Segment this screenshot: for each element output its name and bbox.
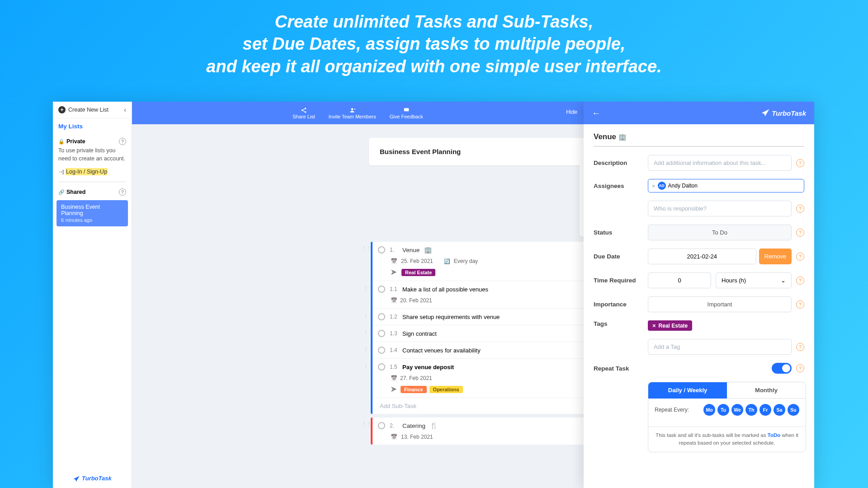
drag-handle-icon[interactable] bbox=[363, 347, 373, 352]
description-label: Description bbox=[594, 160, 643, 166]
tag-icon: ⮞ bbox=[391, 269, 397, 276]
link-icon bbox=[58, 189, 66, 195]
help-icon[interactable]: ? bbox=[796, 364, 804, 372]
brand-logo: TurboTask bbox=[53, 469, 132, 488]
remove-tag-icon[interactable]: × bbox=[652, 322, 656, 329]
app-window: + Create New List ‹ My Lists Private ? T… bbox=[53, 102, 814, 488]
day-toggle[interactable]: Fr bbox=[760, 404, 771, 416]
help-icon[interactable]: ? bbox=[796, 253, 804, 261]
back-arrow-icon[interactable]: ← bbox=[592, 108, 601, 118]
importance-label: Importance bbox=[594, 301, 643, 308]
day-toggle[interactable]: Su bbox=[788, 404, 799, 416]
day-toggle[interactable]: Th bbox=[745, 404, 757, 416]
sidebar: + Create New List ‹ My Lists Private ? T… bbox=[53, 102, 132, 488]
tag-icon: ⮞ bbox=[391, 386, 397, 393]
checkbox[interactable] bbox=[378, 246, 385, 253]
drag-handle-icon[interactable] bbox=[362, 421, 372, 426]
repeat-every-label: Repeat Every: bbox=[655, 407, 689, 413]
login-icon bbox=[58, 169, 63, 175]
list-name: Business Event Planning bbox=[61, 204, 123, 216]
plus-icon: + bbox=[58, 106, 66, 113]
repeat-icon bbox=[444, 258, 450, 264]
list-timestamp: 6 minutes ago bbox=[61, 217, 123, 223]
help-icon[interactable]: ? bbox=[796, 159, 804, 167]
assignees-label: Assignees bbox=[594, 183, 643, 189]
hero-headline: Create unlimited Tasks and Sub-Tasks, se… bbox=[0, 0, 868, 87]
tag-chip: Finance bbox=[401, 386, 427, 393]
importance-select[interactable]: Important bbox=[648, 296, 792, 312]
duedate-input[interactable]: 2021-02-24 bbox=[648, 249, 756, 264]
day-toggle[interactable]: Mo bbox=[703, 404, 715, 416]
repeat-footer-note: This task and all it's sub-tasks will be… bbox=[648, 427, 806, 452]
drag-handle-icon[interactable] bbox=[363, 286, 373, 291]
status-select[interactable]: To Do bbox=[648, 225, 792, 240]
create-label: Create New List bbox=[68, 107, 108, 113]
checkbox[interactable] bbox=[378, 363, 385, 371]
help-icon[interactable]: ? bbox=[796, 205, 804, 213]
time-value-input[interactable]: 0 bbox=[648, 272, 711, 288]
help-icon[interactable]: ? bbox=[119, 138, 126, 145]
repeat-toggle[interactable] bbox=[772, 363, 792, 374]
day-toggle[interactable]: We bbox=[731, 404, 743, 416]
assignee-input[interactable] bbox=[648, 201, 792, 216]
checkbox[interactable] bbox=[378, 313, 385, 320]
checkbox[interactable] bbox=[378, 330, 385, 337]
drag-handle-icon[interactable] bbox=[362, 245, 372, 250]
drag-handle-icon[interactable] bbox=[363, 330, 373, 335]
sidebar-list-item[interactable]: Business Event Planning 6 minutes ago bbox=[57, 200, 128, 226]
collapse-sidebar-icon[interactable]: ‹ bbox=[124, 106, 126, 113]
mylists-heading: My Lists bbox=[58, 123, 126, 130]
shared-heading: Shared bbox=[58, 189, 85, 195]
private-note: To use private lists you need to create … bbox=[53, 147, 132, 166]
day-toggle[interactable]: Sa bbox=[774, 404, 785, 416]
assignee-chip[interactable]: × AD Andy Dalton bbox=[648, 179, 804, 192]
building-icon: 🏢 bbox=[618, 133, 626, 141]
remove-date-button[interactable]: Remove bbox=[759, 249, 792, 264]
brand-logo: TurboTask bbox=[761, 108, 806, 117]
task-detail-panel: ← TurboTask Venue 🏢 Description ? Assign… bbox=[584, 102, 814, 488]
description-input[interactable] bbox=[648, 155, 792, 171]
checkbox[interactable] bbox=[378, 286, 385, 293]
help-icon[interactable]: ? bbox=[796, 343, 804, 351]
help-icon[interactable]: ? bbox=[796, 277, 804, 285]
help-icon[interactable]: ? bbox=[796, 229, 804, 237]
avatar: AD bbox=[658, 182, 666, 190]
tag-chip[interactable]: ×Real Estate bbox=[648, 320, 692, 331]
calendar-icon bbox=[391, 297, 397, 304]
tag-chip: Operations bbox=[429, 386, 463, 393]
drag-handle-icon[interactable] bbox=[363, 363, 373, 368]
repeat-settings: Daily / Weekly Monthly Repeat Every: Mo … bbox=[648, 382, 806, 452]
detail-title: Venue 🏢 bbox=[594, 132, 804, 147]
calendar-icon bbox=[391, 434, 397, 440]
chevron-down-icon: ⌄ bbox=[781, 277, 786, 284]
calendar-icon bbox=[391, 375, 397, 381]
day-toggle[interactable]: Tu bbox=[717, 404, 729, 416]
private-heading: Private bbox=[58, 138, 85, 145]
tag-chip: Real Estate bbox=[401, 269, 435, 276]
building-icon: 🏢 bbox=[424, 246, 432, 253]
calendar-icon bbox=[391, 258, 397, 264]
drag-handle-icon[interactable] bbox=[363, 313, 373, 318]
time-label: Time Required bbox=[594, 277, 643, 284]
lock-icon bbox=[58, 138, 66, 145]
catering-icon: 🍴 bbox=[430, 422, 438, 429]
checkbox[interactable] bbox=[378, 422, 385, 429]
remove-chip-icon[interactable]: × bbox=[652, 183, 656, 189]
help-icon[interactable]: ? bbox=[796, 300, 804, 309]
time-unit-select[interactable]: Hours (h)⌄ bbox=[716, 272, 792, 288]
checkbox[interactable] bbox=[378, 347, 385, 354]
tag-input[interactable] bbox=[648, 339, 792, 355]
help-icon[interactable]: ? bbox=[119, 188, 126, 196]
duedate-label: Due Date bbox=[594, 253, 643, 260]
repeat-label: Repeat Task bbox=[594, 365, 643, 372]
status-label: Status bbox=[594, 229, 643, 236]
tags-label: Tags bbox=[594, 320, 643, 327]
create-list-button[interactable]: + Create New List bbox=[58, 106, 108, 113]
tab-daily[interactable]: Daily / Weekly bbox=[648, 382, 727, 399]
tab-monthly[interactable]: Monthly bbox=[727, 382, 806, 399]
login-link[interactable]: Log-In / Sign-Up bbox=[53, 166, 132, 177]
